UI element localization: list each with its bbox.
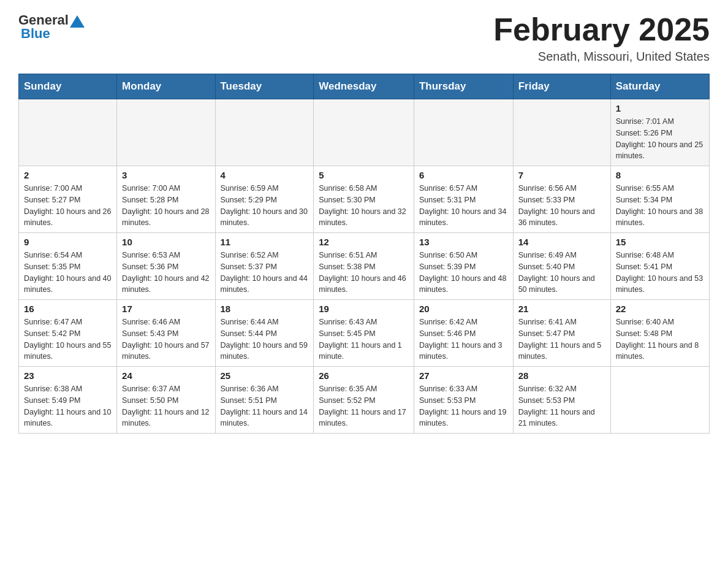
calendar-day-cell: 8Sunrise: 6:55 AM Sunset: 5:34 PM Daylig… bbox=[610, 166, 709, 233]
calendar-day-cell: 5Sunrise: 6:58 AM Sunset: 5:30 PM Daylig… bbox=[314, 166, 414, 233]
calendar-day-cell: 23Sunrise: 6:38 AM Sunset: 5:49 PM Dayli… bbox=[19, 367, 117, 434]
day-number: 19 bbox=[319, 304, 409, 314]
day-info: Sunrise: 6:35 AM Sunset: 5:52 PM Dayligh… bbox=[319, 383, 409, 429]
day-number: 9 bbox=[24, 237, 112, 247]
calendar-day-cell: 24Sunrise: 6:37 AM Sunset: 5:50 PM Dayli… bbox=[117, 367, 215, 434]
calendar-day-cell: 12Sunrise: 6:51 AM Sunset: 5:38 PM Dayli… bbox=[314, 233, 414, 300]
day-number: 1 bbox=[616, 103, 704, 113]
day-number: 13 bbox=[419, 237, 508, 247]
logo-triangle-icon bbox=[70, 15, 85, 28]
day-info: Sunrise: 6:44 AM Sunset: 5:44 PM Dayligh… bbox=[221, 316, 309, 362]
day-info: Sunrise: 6:46 AM Sunset: 5:43 PM Dayligh… bbox=[122, 316, 210, 362]
day-number: 10 bbox=[122, 237, 210, 247]
calendar-day-cell: 2Sunrise: 7:00 AM Sunset: 5:27 PM Daylig… bbox=[19, 166, 117, 233]
day-number: 4 bbox=[221, 170, 309, 180]
day-number: 28 bbox=[518, 370, 605, 381]
title-area: February 2025 Senath, Missouri, United S… bbox=[493, 12, 710, 64]
calendar-week-row: 2Sunrise: 7:00 AM Sunset: 5:27 PM Daylig… bbox=[19, 166, 710, 233]
weekday-header-wednesday: Wednesday bbox=[314, 74, 414, 99]
calendar-day-cell: 14Sunrise: 6:49 AM Sunset: 5:40 PM Dayli… bbox=[513, 233, 610, 300]
weekday-header-thursday: Thursday bbox=[414, 74, 513, 99]
day-number: 17 bbox=[122, 304, 210, 314]
day-info: Sunrise: 6:54 AM Sunset: 5:35 PM Dayligh… bbox=[24, 250, 112, 296]
calendar-day-cell bbox=[19, 99, 117, 166]
location-text: Senath, Missouri, United States bbox=[493, 50, 710, 64]
weekday-header-sunday: Sunday bbox=[19, 74, 117, 99]
day-number: 15 bbox=[616, 237, 704, 247]
weekday-header-monday: Monday bbox=[117, 74, 215, 99]
calendar-day-cell bbox=[117, 99, 215, 166]
calendar-week-row: 16Sunrise: 6:47 AM Sunset: 5:42 PM Dayli… bbox=[19, 300, 710, 367]
calendar-day-cell: 27Sunrise: 6:33 AM Sunset: 5:53 PM Dayli… bbox=[414, 367, 513, 434]
day-number: 3 bbox=[122, 170, 210, 180]
calendar-day-cell: 1Sunrise: 7:01 AM Sunset: 5:26 PM Daylig… bbox=[610, 99, 709, 166]
day-info: Sunrise: 6:51 AM Sunset: 5:38 PM Dayligh… bbox=[319, 250, 409, 296]
day-number: 11 bbox=[221, 237, 309, 247]
day-number: 7 bbox=[518, 170, 605, 180]
calendar-day-cell: 21Sunrise: 6:41 AM Sunset: 5:47 PM Dayli… bbox=[513, 300, 610, 367]
calendar-day-cell bbox=[215, 99, 314, 166]
day-info: Sunrise: 6:37 AM Sunset: 5:50 PM Dayligh… bbox=[122, 383, 210, 429]
weekday-header-saturday: Saturday bbox=[610, 74, 709, 99]
calendar-day-cell: 9Sunrise: 6:54 AM Sunset: 5:35 PM Daylig… bbox=[19, 233, 117, 300]
calendar-day-cell: 13Sunrise: 6:50 AM Sunset: 5:39 PM Dayli… bbox=[414, 233, 513, 300]
logo: General Blue bbox=[18, 12, 86, 42]
day-info: Sunrise: 6:53 AM Sunset: 5:36 PM Dayligh… bbox=[122, 250, 210, 296]
page-header: General Blue February 2025 Senath, Misso… bbox=[18, 12, 710, 64]
day-number: 16 bbox=[24, 304, 112, 314]
calendar-table: SundayMondayTuesdayWednesdayThursdayFrid… bbox=[18, 74, 710, 434]
day-info: Sunrise: 6:48 AM Sunset: 5:41 PM Dayligh… bbox=[616, 250, 704, 296]
day-number: 23 bbox=[24, 370, 112, 381]
calendar-week-row: 1Sunrise: 7:01 AM Sunset: 5:26 PM Daylig… bbox=[19, 99, 710, 166]
day-info: Sunrise: 7:01 AM Sunset: 5:26 PM Dayligh… bbox=[616, 116, 704, 162]
day-info: Sunrise: 7:00 AM Sunset: 5:28 PM Dayligh… bbox=[122, 183, 210, 229]
day-number: 22 bbox=[616, 304, 704, 314]
day-number: 18 bbox=[221, 304, 309, 314]
calendar-day-cell: 10Sunrise: 6:53 AM Sunset: 5:36 PM Dayli… bbox=[117, 233, 215, 300]
day-number: 12 bbox=[319, 237, 409, 247]
calendar-day-cell: 20Sunrise: 6:42 AM Sunset: 5:46 PM Dayli… bbox=[414, 300, 513, 367]
day-number: 14 bbox=[518, 237, 605, 247]
day-info: Sunrise: 6:32 AM Sunset: 5:53 PM Dayligh… bbox=[518, 383, 605, 429]
weekday-header-tuesday: Tuesday bbox=[215, 74, 314, 99]
day-info: Sunrise: 6:59 AM Sunset: 5:29 PM Dayligh… bbox=[221, 183, 309, 229]
calendar-day-cell: 19Sunrise: 6:43 AM Sunset: 5:45 PM Dayli… bbox=[314, 300, 414, 367]
calendar-day-cell bbox=[610, 367, 709, 434]
calendar-day-cell: 17Sunrise: 6:46 AM Sunset: 5:43 PM Dayli… bbox=[117, 300, 215, 367]
day-info: Sunrise: 6:41 AM Sunset: 5:47 PM Dayligh… bbox=[518, 316, 605, 362]
day-number: 8 bbox=[616, 170, 704, 180]
day-number: 24 bbox=[122, 370, 210, 381]
calendar-day-cell: 4Sunrise: 6:59 AM Sunset: 5:29 PM Daylig… bbox=[215, 166, 314, 233]
day-info: Sunrise: 7:00 AM Sunset: 5:27 PM Dayligh… bbox=[24, 183, 112, 229]
calendar-day-cell: 11Sunrise: 6:52 AM Sunset: 5:37 PM Dayli… bbox=[215, 233, 314, 300]
calendar-day-cell: 18Sunrise: 6:44 AM Sunset: 5:44 PM Dayli… bbox=[215, 300, 314, 367]
day-number: 5 bbox=[319, 170, 409, 180]
day-info: Sunrise: 6:57 AM Sunset: 5:31 PM Dayligh… bbox=[419, 183, 508, 229]
day-info: Sunrise: 6:52 AM Sunset: 5:37 PM Dayligh… bbox=[221, 250, 309, 296]
day-info: Sunrise: 6:50 AM Sunset: 5:39 PM Dayligh… bbox=[419, 250, 508, 296]
day-info: Sunrise: 6:58 AM Sunset: 5:30 PM Dayligh… bbox=[319, 183, 409, 229]
day-number: 21 bbox=[518, 304, 605, 314]
day-info: Sunrise: 6:55 AM Sunset: 5:34 PM Dayligh… bbox=[616, 183, 704, 229]
day-number: 26 bbox=[319, 370, 409, 381]
calendar-day-cell: 25Sunrise: 6:36 AM Sunset: 5:51 PM Dayli… bbox=[215, 367, 314, 434]
day-info: Sunrise: 6:40 AM Sunset: 5:48 PM Dayligh… bbox=[616, 316, 704, 362]
calendar-day-cell: 7Sunrise: 6:56 AM Sunset: 5:33 PM Daylig… bbox=[513, 166, 610, 233]
calendar-week-row: 23Sunrise: 6:38 AM Sunset: 5:49 PM Dayli… bbox=[19, 367, 710, 434]
calendar-day-cell: 22Sunrise: 6:40 AM Sunset: 5:48 PM Dayli… bbox=[610, 300, 709, 367]
logo-blue-text: Blue bbox=[21, 26, 50, 42]
day-number: 27 bbox=[419, 370, 508, 381]
calendar-week-row: 9Sunrise: 6:54 AM Sunset: 5:35 PM Daylig… bbox=[19, 233, 710, 300]
calendar-day-cell: 28Sunrise: 6:32 AM Sunset: 5:53 PM Dayli… bbox=[513, 367, 610, 434]
day-info: Sunrise: 6:47 AM Sunset: 5:42 PM Dayligh… bbox=[24, 316, 112, 362]
calendar-day-cell: 15Sunrise: 6:48 AM Sunset: 5:41 PM Dayli… bbox=[610, 233, 709, 300]
calendar-day-cell: 3Sunrise: 7:00 AM Sunset: 5:28 PM Daylig… bbox=[117, 166, 215, 233]
calendar-day-cell bbox=[414, 99, 513, 166]
day-info: Sunrise: 6:42 AM Sunset: 5:46 PM Dayligh… bbox=[419, 316, 508, 362]
day-number: 2 bbox=[24, 170, 112, 180]
day-info: Sunrise: 6:36 AM Sunset: 5:51 PM Dayligh… bbox=[221, 383, 309, 429]
calendar-day-cell: 26Sunrise: 6:35 AM Sunset: 5:52 PM Dayli… bbox=[314, 367, 414, 434]
calendar-header-row: SundayMondayTuesdayWednesdayThursdayFrid… bbox=[19, 74, 710, 99]
day-info: Sunrise: 6:49 AM Sunset: 5:40 PM Dayligh… bbox=[518, 250, 605, 296]
day-info: Sunrise: 6:38 AM Sunset: 5:49 PM Dayligh… bbox=[24, 383, 112, 429]
